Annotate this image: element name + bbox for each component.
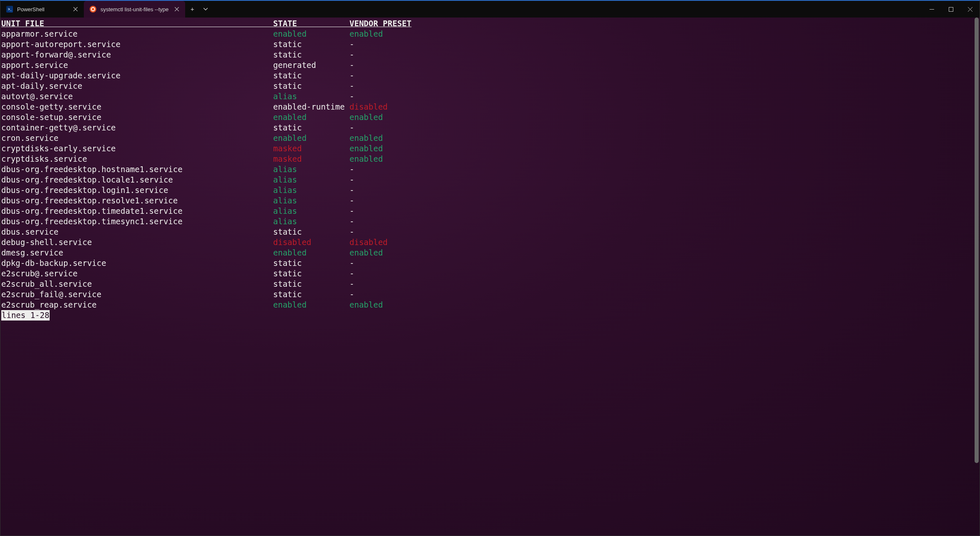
cell-state: alias bbox=[273, 206, 349, 216]
cell-state: enabled bbox=[273, 112, 349, 123]
window-controls bbox=[922, 1, 980, 18]
table-row: apport-autoreport.service static - bbox=[1, 39, 980, 50]
table-row: dbus-org.freedesktop.login1.service alia… bbox=[1, 185, 980, 195]
table-row: e2scrub@.service static - bbox=[1, 268, 980, 279]
cell-state: masked bbox=[273, 143, 349, 154]
cell-unit: dbus.service bbox=[1, 227, 273, 237]
titlebar[interactable]: PowerShellsystemctl list-unit-files --ty… bbox=[0, 1, 980, 18]
cell-state: static bbox=[273, 39, 349, 50]
cell-state: alias bbox=[273, 164, 349, 175]
table-row: dbus-org.freedesktop.resolve1.service al… bbox=[1, 195, 980, 206]
cell-state: static bbox=[273, 258, 349, 268]
cell-state: static bbox=[273, 123, 349, 133]
cell-unit: container-getty@.service bbox=[1, 123, 273, 133]
cell-unit: cryptdisks.service bbox=[1, 154, 273, 164]
maximize-button[interactable] bbox=[941, 1, 960, 18]
cell-vendor: - bbox=[349, 123, 354, 133]
cell-vendor: disabled bbox=[349, 237, 388, 248]
minimize-button[interactable] bbox=[922, 1, 941, 18]
cell-vendor: - bbox=[349, 227, 354, 237]
cell-vendor: enabled bbox=[349, 300, 383, 310]
table-row: cryptdisks-early.service masked enabled bbox=[1, 143, 980, 154]
cell-state: enabled bbox=[273, 29, 349, 39]
cell-vendor: - bbox=[349, 195, 354, 206]
cell-unit: e2scrub_reap.service bbox=[1, 300, 273, 310]
table-row: cron.service enabled enabled bbox=[1, 133, 980, 143]
table-header: UNIT FILE STATE VENDOR PRESET bbox=[1, 18, 980, 29]
cell-unit: dbus-org.freedesktop.login1.service bbox=[1, 185, 273, 195]
cell-unit: console-getty.service bbox=[1, 102, 273, 112]
table-row: dbus-org.freedesktop.hostname1.service a… bbox=[1, 164, 980, 175]
cell-unit: apt-daily.service bbox=[1, 81, 273, 91]
cell-unit: dbus-org.freedesktop.timedate1.service bbox=[1, 206, 273, 216]
cell-vendor: - bbox=[349, 279, 354, 289]
table-row: autovt@.service alias - bbox=[1, 91, 980, 102]
table-row: e2scrub_fail@.service static - bbox=[1, 289, 980, 300]
cell-unit: apport.service bbox=[1, 60, 273, 70]
tab-dropdown-button[interactable] bbox=[199, 1, 212, 18]
cell-vendor: - bbox=[349, 289, 354, 300]
table-row: console-setup.service enabled enabled bbox=[1, 112, 980, 123]
cell-unit: e2scrub_fail@.service bbox=[1, 289, 273, 300]
cell-unit: debug-shell.service bbox=[1, 237, 273, 248]
cell-unit: autovt@.service bbox=[1, 91, 273, 102]
terminal-window: PowerShellsystemctl list-unit-files --ty… bbox=[0, 0, 980, 536]
new-tab-button[interactable]: + bbox=[185, 1, 199, 18]
cell-unit: e2scrub_all.service bbox=[1, 279, 273, 289]
cell-vendor: - bbox=[349, 175, 354, 185]
cell-unit: apparmor.service bbox=[1, 29, 273, 39]
cell-vendor: enabled bbox=[349, 112, 383, 123]
cell-vendor: - bbox=[349, 268, 354, 279]
cell-state: alias bbox=[273, 216, 349, 227]
cell-unit: cryptdisks-early.service bbox=[1, 143, 273, 154]
cell-state: static bbox=[273, 50, 349, 60]
close-window-button[interactable] bbox=[960, 1, 980, 18]
tab-strip: PowerShellsystemctl list-unit-files --ty… bbox=[0, 1, 185, 18]
cell-unit: console-setup.service bbox=[1, 112, 273, 123]
scrollbar-thumb[interactable] bbox=[975, 18, 979, 463]
cell-unit: cron.service bbox=[1, 133, 273, 143]
cell-vendor: - bbox=[349, 258, 354, 268]
table-row: console-getty.service enabled-runtime di… bbox=[1, 102, 980, 112]
cell-state: enabled bbox=[273, 300, 349, 310]
tab-0[interactable]: PowerShell bbox=[0, 1, 84, 18]
header-state: STATE bbox=[273, 18, 349, 29]
header-unit: UNIT FILE bbox=[1, 18, 273, 29]
tab-label: systemctl list-unit-files --type bbox=[101, 6, 168, 13]
cell-vendor: - bbox=[349, 50, 354, 60]
scrollbar[interactable] bbox=[975, 18, 979, 536]
close-tab-icon[interactable] bbox=[71, 5, 80, 13]
cell-vendor: - bbox=[349, 70, 354, 81]
cell-state: enabled-runtime bbox=[273, 102, 349, 112]
cell-unit: dbus-org.freedesktop.timesync1.service bbox=[1, 216, 273, 227]
table-row: e2scrub_reap.service enabled enabled bbox=[1, 300, 980, 310]
cell-vendor: disabled bbox=[349, 102, 388, 112]
tab-label: PowerShell bbox=[17, 6, 67, 13]
tab-1[interactable]: systemctl list-unit-files --type bbox=[84, 1, 185, 18]
cell-state: static bbox=[273, 227, 349, 237]
table-row: dbus-org.freedesktop.locale1.service ali… bbox=[1, 175, 980, 185]
cell-vendor: enabled bbox=[349, 154, 383, 164]
table-row: debug-shell.service disabled disabled bbox=[1, 237, 980, 248]
titlebar-drag-region[interactable] bbox=[212, 1, 922, 18]
pager-status: lines 1-28 bbox=[1, 310, 50, 321]
cell-unit: apport-forward@.service bbox=[1, 50, 273, 60]
cell-state: disabled bbox=[273, 237, 349, 248]
header-vendor: VENDOR PRESET bbox=[349, 18, 412, 29]
svg-rect-0 bbox=[949, 7, 953, 11]
table-row: apt-daily-upgrade.service static - bbox=[1, 70, 980, 81]
terminal-pane[interactable]: UNIT FILE STATE VENDOR PRESETapparmor.se… bbox=[0, 18, 980, 536]
terminal-output: UNIT FILE STATE VENDOR PRESETapparmor.se… bbox=[1, 18, 980, 321]
cell-state: alias bbox=[273, 91, 349, 102]
cell-unit: apt-daily-upgrade.service bbox=[1, 70, 273, 81]
cell-state: alias bbox=[273, 175, 349, 185]
cell-state: static bbox=[273, 81, 349, 91]
cell-state: alias bbox=[273, 195, 349, 206]
cell-vendor: - bbox=[349, 81, 354, 91]
cell-state: generated bbox=[273, 60, 349, 70]
cell-unit: apport-autoreport.service bbox=[1, 39, 273, 50]
cell-unit: dbus-org.freedesktop.resolve1.service bbox=[1, 195, 273, 206]
close-tab-icon[interactable] bbox=[173, 5, 181, 13]
table-row: dbus-org.freedesktop.timedate1.service a… bbox=[1, 206, 980, 216]
cell-vendor: - bbox=[349, 60, 354, 70]
